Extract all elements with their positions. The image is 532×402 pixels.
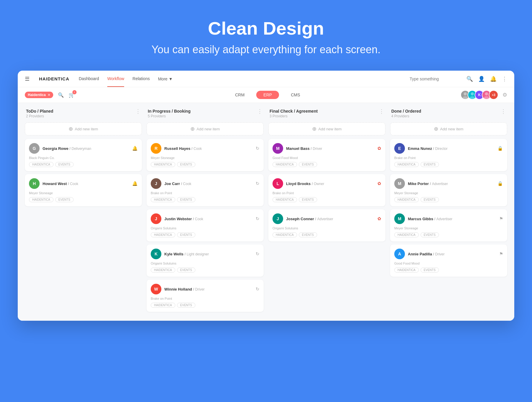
- card-action-icon[interactable]: ⚑: [499, 216, 503, 221]
- card-info: Justin Webster / Cook: [164, 217, 253, 221]
- tab-crm[interactable]: CRM: [235, 91, 244, 99]
- card-tag[interactable]: EVENTS: [177, 232, 195, 237]
- search-input[interactable]: [410, 77, 457, 81]
- card-tag[interactable]: HAIDENTICA: [151, 268, 175, 273]
- tab-cms[interactable]: CMS: [291, 91, 300, 99]
- add-new-btn-final-check[interactable]: ⊕ Add new item: [268, 122, 385, 135]
- card-tag[interactable]: EVENTS: [55, 197, 74, 202]
- table-row[interactable]: E Emma Nunez / Director 🔒 Brake on Point…: [390, 139, 507, 171]
- card-top: L Lloyd Brooks / Owner ✿: [273, 178, 381, 189]
- table-row[interactable]: M Marcus Gibbs / Advertiser ⚑ Meyer Ston…: [390, 209, 507, 241]
- card-tag[interactable]: EVENTS: [421, 197, 439, 202]
- card-action-icon[interactable]: 🔔: [132, 181, 138, 186]
- active-tag[interactable]: Haidentica ✕: [25, 92, 53, 98]
- card-action-icon[interactable]: ↻: [256, 146, 259, 151]
- card-tag[interactable]: HAIDENTICA: [151, 162, 175, 167]
- card-action-icon[interactable]: ↻: [256, 216, 259, 221]
- add-new-btn-done[interactable]: ⊕ Add new item: [390, 122, 507, 135]
- card-info: Mike Porter / Advertiser: [408, 181, 494, 186]
- settings-icon[interactable]: ⚙: [502, 92, 507, 98]
- card-tag[interactable]: EVENTS: [299, 197, 317, 202]
- card-tag[interactable]: EVENTS: [299, 162, 317, 167]
- tag-label: Haidentica: [28, 93, 46, 97]
- card-company: Good Food Mood: [273, 156, 381, 160]
- table-row[interactable]: M Manuel Bass / Driver ✿ Good Food Mood …: [268, 139, 385, 171]
- card-action-icon[interactable]: ↻: [256, 251, 259, 257]
- table-row[interactable]: R Russell Hayes / Cook ↻ Meyer Stoneage …: [147, 139, 264, 171]
- table-row[interactable]: W Winnie Holland / Driver ↻ Brake on Poi…: [147, 280, 264, 312]
- card-top: W Winnie Holland / Driver ↻: [151, 284, 259, 294]
- hamburger-icon[interactable]: ☰: [25, 76, 30, 82]
- table-row[interactable]: J Joe Carr / Cook ↻ Brake on Point HAIDE…: [147, 174, 264, 206]
- col-menu-done[interactable]: ⋮: [501, 108, 506, 115]
- card-tag[interactable]: EVENTS: [177, 197, 195, 202]
- cart-icon[interactable]: 🛒 1: [69, 92, 75, 98]
- card-tag[interactable]: EVENTS: [177, 268, 195, 273]
- more-vert-icon[interactable]: ⋮: [502, 76, 507, 82]
- card-company: Origami Solutuins: [273, 226, 381, 230]
- card-tag[interactable]: HAIDENTICA: [29, 197, 53, 202]
- nav-workflow[interactable]: Workflow: [107, 71, 124, 87]
- card-tag[interactable]: HAIDENTICA: [151, 197, 175, 202]
- table-row[interactable]: L Lloyd Brooks / Owner ✿ Brake on Point …: [268, 174, 385, 206]
- col-menu-final-check[interactable]: ⋮: [379, 108, 384, 115]
- card-tags: HAIDENTICAEVENTS: [394, 162, 503, 167]
- tab-erp[interactable]: ERP: [256, 91, 279, 99]
- nav-relations[interactable]: Relations: [132, 71, 150, 87]
- card-action-icon[interactable]: 🔔: [132, 146, 138, 151]
- table-row[interactable]: J Justin Webster / Cook ↻ Origami Solutu…: [147, 209, 264, 241]
- card-tag[interactable]: EVENTS: [421, 162, 439, 167]
- card-tag[interactable]: HAIDENTICA: [394, 232, 419, 237]
- card-tag[interactable]: EVENTS: [177, 303, 195, 308]
- table-row[interactable]: M Mike Porter / Advertiser 🔒 Meyer Stone…: [390, 174, 507, 206]
- table-row[interactable]: H Howard West / Cook 🔔 Meyer Stoneage HA…: [25, 174, 142, 206]
- card-action-icon[interactable]: 🔒: [497, 181, 503, 186]
- toolbar-search-icon[interactable]: 🔍: [58, 92, 64, 98]
- card-info: Manuel Bass / Driver: [286, 146, 374, 151]
- bell-icon[interactable]: 🔔: [490, 76, 497, 82]
- table-row[interactable]: A Annie Padilla / Driver ⚑ Good Food Moo…: [390, 244, 507, 277]
- card-action-icon[interactable]: ✿: [377, 146, 381, 151]
- card-tag[interactable]: HAIDENTICA: [394, 268, 419, 273]
- card-action-icon[interactable]: ⚑: [499, 251, 503, 257]
- column-todo: ToDo / Planed 2 Providers ⋮ ⊕ Add new it…: [22, 109, 144, 315]
- person-add-icon[interactable]: 👤: [478, 76, 485, 82]
- card-tag[interactable]: EVENTS: [177, 162, 195, 167]
- card-tag[interactable]: EVENTS: [421, 232, 439, 237]
- card-action-icon[interactable]: ✿: [377, 181, 381, 186]
- avatar: H: [29, 178, 40, 189]
- card-info: Marcus Gibbs / Advertiser: [408, 217, 496, 221]
- chevron-down-icon: ▼: [169, 77, 173, 81]
- add-new-btn-todo[interactable]: ⊕ Add new item: [25, 122, 142, 135]
- tag-close-icon[interactable]: ✕: [48, 93, 50, 97]
- card-tag[interactable]: HAIDENTICA: [273, 232, 297, 237]
- card-company: Black Pinguin Co.: [29, 156, 138, 160]
- card-tag[interactable]: EVENTS: [299, 232, 317, 237]
- card-tag[interactable]: EVENTS: [55, 162, 74, 167]
- search-icon[interactable]: 🔍: [466, 76, 473, 82]
- avatar-extra[interactable]: +3: [489, 90, 498, 100]
- nav-icon-group: 🔍 👤 🔔 ⋮: [466, 76, 507, 82]
- col-menu-todo[interactable]: ⋮: [135, 108, 141, 115]
- nav-more[interactable]: More ▼: [158, 77, 173, 81]
- card-tag[interactable]: HAIDENTICA: [151, 232, 175, 237]
- card-tag[interactable]: HAIDENTICA: [151, 303, 175, 308]
- card-tag[interactable]: HAIDENTICA: [29, 162, 53, 167]
- card-action-icon[interactable]: ↻: [256, 286, 259, 292]
- col-menu-in-progress[interactable]: ⋮: [257, 108, 262, 115]
- card-tag[interactable]: HAIDENTICA: [394, 162, 419, 167]
- card-action-icon[interactable]: 🔒: [497, 146, 503, 151]
- card-tag[interactable]: EVENTS: [421, 268, 439, 273]
- card-action-icon[interactable]: ↻: [256, 181, 259, 186]
- table-row[interactable]: J Joseph Conner / Advertiser ✿ Origami S…: [268, 209, 385, 241]
- table-row[interactable]: K Kyle Wells / Light designer ↻ Origami …: [147, 244, 264, 277]
- card-tag[interactable]: HAIDENTICA: [394, 197, 419, 202]
- card-tag[interactable]: HAIDENTICA: [273, 197, 297, 202]
- hero-section: Clean Design You can easily adapt everyt…: [0, 0, 532, 71]
- table-row[interactable]: G Georgia Rowe / Deliveryman 🔔 Black Pin…: [25, 139, 142, 171]
- card-action-icon[interactable]: ✿: [377, 216, 381, 221]
- card-tag[interactable]: HAIDENTICA: [273, 162, 297, 167]
- nav-dashboard[interactable]: Dashboard: [79, 71, 99, 87]
- add-new-btn-in-progress[interactable]: ⊕ Add new item: [147, 122, 264, 135]
- col-title-final-check: Final Check / Agreement: [270, 109, 318, 114]
